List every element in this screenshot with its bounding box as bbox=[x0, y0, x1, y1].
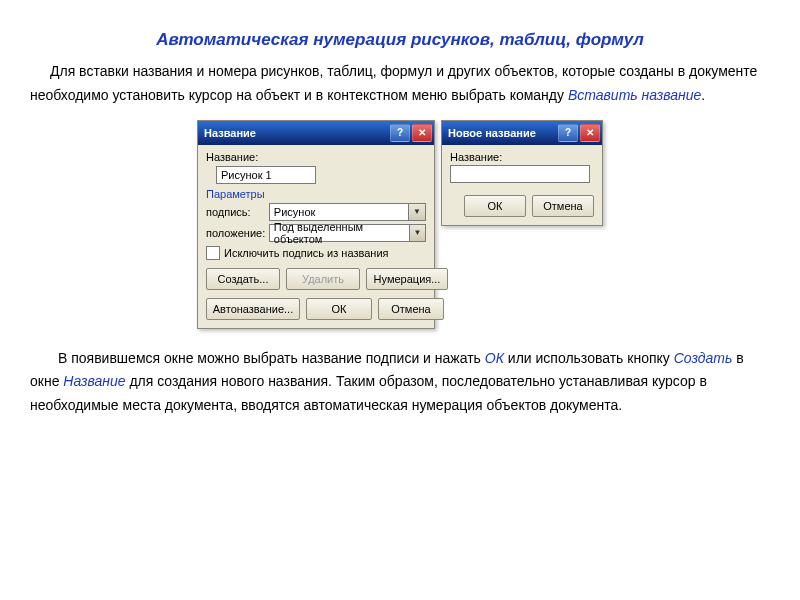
name-label: Название: bbox=[206, 151, 426, 163]
new-caption-dialog: Новое название ? ✕ Название: ОК Отмена bbox=[441, 120, 603, 226]
page-title: Автоматическая нумерация рисунков, табли… bbox=[30, 30, 770, 50]
name-window-text: Название bbox=[63, 373, 125, 389]
ok-text: ОК bbox=[485, 350, 504, 366]
cancel-button[interactable]: Отмена bbox=[532, 195, 594, 217]
intro-paragraph: Для вставки названия и номера рисунков, … bbox=[30, 60, 770, 108]
new-caption-dialog-titlebar: Новое название ? ✕ bbox=[442, 121, 602, 145]
create-button[interactable]: Создать... bbox=[206, 268, 280, 290]
caption-type-label: подпись: bbox=[206, 206, 269, 218]
exclude-caption-checkbox[interactable] bbox=[206, 246, 220, 260]
caption-type-select[interactable]: Рисунок ▼ bbox=[269, 203, 426, 221]
parameters-label: Параметры bbox=[206, 188, 426, 200]
position-select[interactable]: Под выделенным объектом ▼ bbox=[269, 224, 426, 242]
para2-a: В появившемся окне можно выбрать названи… bbox=[58, 350, 485, 366]
exclude-caption-label: Исключить подпись из названия bbox=[224, 247, 388, 259]
numbering-button[interactable]: Нумерация... bbox=[366, 268, 448, 290]
create-text: Создать bbox=[674, 350, 733, 366]
para2-b: или использовать кнопку bbox=[504, 350, 674, 366]
autoname-button[interactable]: Автоназвание... bbox=[206, 298, 300, 320]
para2-d: для создания нового названия. Таким обра… bbox=[30, 373, 707, 413]
close-icon[interactable]: ✕ bbox=[412, 124, 432, 142]
dialogs-illustration: Название ? ✕ Название: Параметры подпись… bbox=[30, 120, 770, 329]
caption-name-input[interactable] bbox=[216, 166, 316, 184]
delete-button: Удалить bbox=[286, 268, 360, 290]
caption-type-value: Рисунок bbox=[274, 206, 316, 218]
caption-dialog-title: Название bbox=[204, 127, 256, 139]
help-icon[interactable]: ? bbox=[390, 124, 410, 142]
new-caption-input[interactable] bbox=[450, 165, 590, 183]
ok-button[interactable]: ОК bbox=[464, 195, 526, 217]
ok-button[interactable]: ОК bbox=[306, 298, 372, 320]
chevron-down-icon: ▼ bbox=[408, 204, 425, 220]
chevron-down-icon: ▼ bbox=[409, 225, 425, 241]
close-icon[interactable]: ✕ bbox=[580, 124, 600, 142]
position-label: положение: bbox=[206, 227, 269, 239]
new-caption-dialog-title: Новое название bbox=[448, 127, 536, 139]
outro-paragraph: В появившемся окне можно выбрать названи… bbox=[30, 347, 770, 418]
insert-caption-command: Вставить название bbox=[568, 87, 701, 103]
cancel-button[interactable]: Отмена bbox=[378, 298, 444, 320]
caption-dialog-titlebar: Название ? ✕ bbox=[198, 121, 434, 145]
position-value: Под выделенным объектом bbox=[274, 221, 409, 245]
para1-text-b: . bbox=[701, 87, 705, 103]
help-icon[interactable]: ? bbox=[558, 124, 578, 142]
caption-dialog: Название ? ✕ Название: Параметры подпись… bbox=[197, 120, 435, 329]
new-name-label: Название: bbox=[450, 151, 594, 163]
